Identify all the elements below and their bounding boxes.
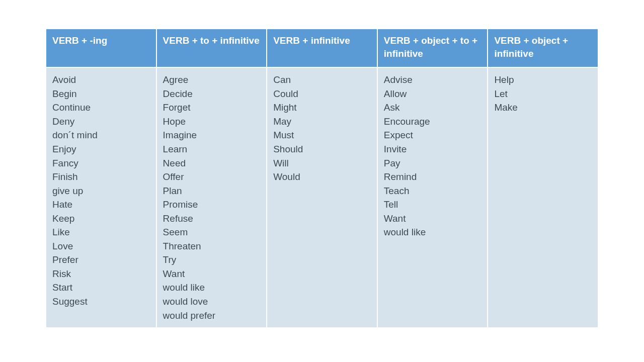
verb-item: May [273,115,371,129]
verb-item: Could [273,87,371,101]
verb-item: Refuse [163,212,261,226]
verb-item: Allow [384,87,481,101]
verb-item: Fancy [52,156,150,170]
verb-item: Finish [52,170,150,184]
verb-item: Pay [384,156,481,170]
verb-item: Invite [384,142,481,156]
data-row: AvoidBeginContinueDenydon´t mindEnjoyFan… [46,67,598,328]
verb-item: Teach [384,184,481,198]
header-verb-to-infinitive: VERB + to + infinitive [156,29,267,67]
verb-item: Might [273,101,371,115]
verb-item: Expect [384,128,481,142]
verb-item: Threaten [163,239,261,253]
verb-item: Avoid [52,73,150,87]
verb-item: Encourage [384,115,481,129]
verb-item: Plan [163,184,261,198]
verb-item: don´t mind [52,128,150,142]
verb-item: Agree [163,73,261,87]
verb-item: Decide [163,87,261,101]
verb-item: Try [163,253,261,267]
verb-item: Keep [52,212,150,226]
verb-item: Help [494,73,592,87]
verb-item: Promise [163,198,261,212]
verb-item: give up [52,184,150,198]
verb-item: Forget [163,101,261,115]
verb-item: Love [52,239,150,253]
verb-item: Can [273,73,371,87]
cell-verb-object-infinitive: HelpLetMake [488,67,598,328]
verb-item: Suggest [52,295,150,309]
verb-item: Advise [384,73,481,87]
header-verb-ing: VERB + -ing [46,29,156,67]
verb-item: Learn [163,142,261,156]
verb-item: Want [163,267,261,281]
cell-verb-infinitive: CanCouldMightMayMustShouldWillWould [267,67,377,328]
verb-item: Let [494,87,592,101]
header-verb-infinitive: VERB + infinitive [267,29,377,67]
verb-item: Begin [52,87,150,101]
cell-verb-to-infinitive: AgreeDecideForgetHopeImagineLearnNeedOff… [156,67,267,328]
verb-item: Prefer [52,253,150,267]
verb-item: Start [52,281,150,295]
table-container: VERB + -ing VERB + to + infinitive VERB … [0,0,644,328]
verb-item: Offer [163,170,261,184]
header-verb-object-infinitive: VERB + object + infinitive [488,29,598,67]
verb-item: Hope [163,115,261,129]
verb-item: Will [273,156,371,170]
verb-item: Ask [384,101,481,115]
verb-item: would like [384,225,481,239]
verb-item: Enjoy [52,142,150,156]
verb-item: Tell [384,198,481,212]
verb-item: would prefer [163,309,261,323]
verb-item: Seem [163,225,261,239]
verb-item: Remind [384,170,481,184]
verb-item: Hate [52,198,150,212]
verb-item: Want [384,212,481,226]
header-verb-object-to-infinitive: VERB + object + to + infinitive [377,29,488,67]
cell-verb-object-to-infinitive: AdviseAllowAskEncourageExpectInvitePayRe… [377,67,488,328]
verb-patterns-table: VERB + -ing VERB + to + infinitive VERB … [45,28,599,328]
verb-item: Deny [52,115,150,129]
verb-item: Would [273,170,371,184]
verb-item: Need [163,156,261,170]
verb-item: Continue [52,101,150,115]
verb-item: Should [273,142,371,156]
verb-item: Make [494,101,592,115]
header-row: VERB + -ing VERB + to + infinitive VERB … [46,29,598,67]
cell-verb-ing: AvoidBeginContinueDenydon´t mindEnjoyFan… [46,67,156,328]
verb-item: Must [273,128,371,142]
verb-item: Like [52,225,150,239]
verb-item: would love [163,295,261,309]
verb-item: Imagine [163,128,261,142]
verb-item: would like [163,281,261,295]
verb-item: Risk [52,267,150,281]
